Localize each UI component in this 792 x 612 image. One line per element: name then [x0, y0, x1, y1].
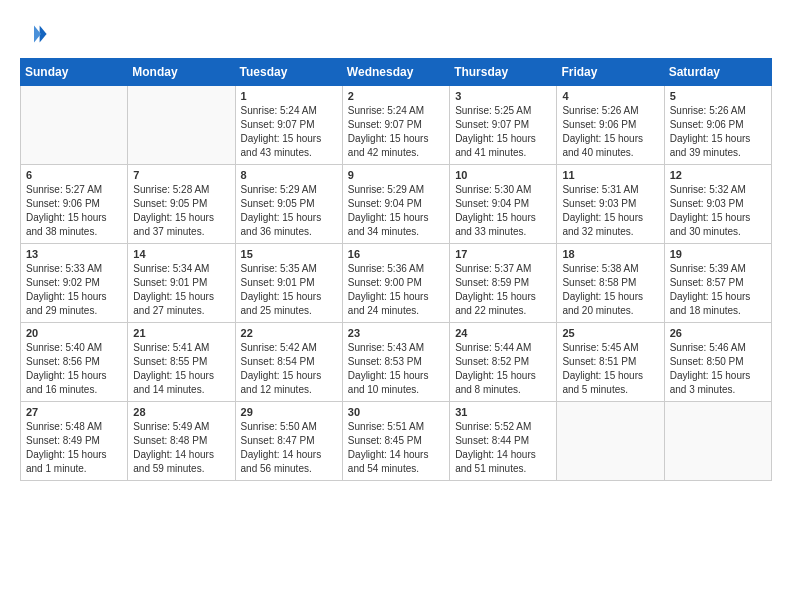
day-number: 13: [26, 248, 122, 260]
cell-content: Sunrise: 5:48 AM Sunset: 8:49 PM Dayligh…: [26, 420, 122, 476]
cell-content: Sunrise: 5:39 AM Sunset: 8:57 PM Dayligh…: [670, 262, 766, 318]
cell-content: Sunrise: 5:49 AM Sunset: 8:48 PM Dayligh…: [133, 420, 229, 476]
calendar-cell: 28Sunrise: 5:49 AM Sunset: 8:48 PM Dayli…: [128, 402, 235, 481]
cell-content: Sunrise: 5:45 AM Sunset: 8:51 PM Dayligh…: [562, 341, 658, 397]
cell-content: Sunrise: 5:37 AM Sunset: 8:59 PM Dayligh…: [455, 262, 551, 318]
cell-content: Sunrise: 5:34 AM Sunset: 9:01 PM Dayligh…: [133, 262, 229, 318]
calendar-cell: 2Sunrise: 5:24 AM Sunset: 9:07 PM Daylig…: [342, 86, 449, 165]
calendar-cell: [664, 402, 771, 481]
cell-content: Sunrise: 5:24 AM Sunset: 9:07 PM Dayligh…: [348, 104, 444, 160]
cell-content: Sunrise: 5:50 AM Sunset: 8:47 PM Dayligh…: [241, 420, 337, 476]
day-number: 17: [455, 248, 551, 260]
cell-content: Sunrise: 5:38 AM Sunset: 8:58 PM Dayligh…: [562, 262, 658, 318]
cell-content: Sunrise: 5:32 AM Sunset: 9:03 PM Dayligh…: [670, 183, 766, 239]
logo: [20, 20, 52, 48]
cell-content: Sunrise: 5:51 AM Sunset: 8:45 PM Dayligh…: [348, 420, 444, 476]
calendar-cell: 4Sunrise: 5:26 AM Sunset: 9:06 PM Daylig…: [557, 86, 664, 165]
calendar-cell: 12Sunrise: 5:32 AM Sunset: 9:03 PM Dayli…: [664, 165, 771, 244]
day-number: 8: [241, 169, 337, 181]
calendar-cell: 6Sunrise: 5:27 AM Sunset: 9:06 PM Daylig…: [21, 165, 128, 244]
cell-content: Sunrise: 5:46 AM Sunset: 8:50 PM Dayligh…: [670, 341, 766, 397]
day-number: 4: [562, 90, 658, 102]
day-number: 27: [26, 406, 122, 418]
calendar-cell: 29Sunrise: 5:50 AM Sunset: 8:47 PM Dayli…: [235, 402, 342, 481]
day-header-friday: Friday: [557, 59, 664, 86]
cell-content: Sunrise: 5:33 AM Sunset: 9:02 PM Dayligh…: [26, 262, 122, 318]
cell-content: Sunrise: 5:27 AM Sunset: 9:06 PM Dayligh…: [26, 183, 122, 239]
calendar-cell: [557, 402, 664, 481]
calendar-cell: 16Sunrise: 5:36 AM Sunset: 9:00 PM Dayli…: [342, 244, 449, 323]
logo-icon: [20, 20, 48, 48]
calendar-table: SundayMondayTuesdayWednesdayThursdayFrid…: [20, 58, 772, 481]
calendar-cell: 9Sunrise: 5:29 AM Sunset: 9:04 PM Daylig…: [342, 165, 449, 244]
calendar-cell: 18Sunrise: 5:38 AM Sunset: 8:58 PM Dayli…: [557, 244, 664, 323]
calendar-week-1: 1Sunrise: 5:24 AM Sunset: 9:07 PM Daylig…: [21, 86, 772, 165]
calendar-cell: [21, 86, 128, 165]
day-number: 6: [26, 169, 122, 181]
day-header-monday: Monday: [128, 59, 235, 86]
calendar-cell: 17Sunrise: 5:37 AM Sunset: 8:59 PM Dayli…: [450, 244, 557, 323]
cell-content: Sunrise: 5:41 AM Sunset: 8:55 PM Dayligh…: [133, 341, 229, 397]
calendar-header-row: SundayMondayTuesdayWednesdayThursdayFrid…: [21, 59, 772, 86]
cell-content: Sunrise: 5:31 AM Sunset: 9:03 PM Dayligh…: [562, 183, 658, 239]
calendar-cell: 3Sunrise: 5:25 AM Sunset: 9:07 PM Daylig…: [450, 86, 557, 165]
cell-content: Sunrise: 5:26 AM Sunset: 9:06 PM Dayligh…: [562, 104, 658, 160]
calendar-cell: 23Sunrise: 5:43 AM Sunset: 8:53 PM Dayli…: [342, 323, 449, 402]
day-number: 21: [133, 327, 229, 339]
calendar-cell: 20Sunrise: 5:40 AM Sunset: 8:56 PM Dayli…: [21, 323, 128, 402]
cell-content: Sunrise: 5:35 AM Sunset: 9:01 PM Dayligh…: [241, 262, 337, 318]
calendar-week-2: 6Sunrise: 5:27 AM Sunset: 9:06 PM Daylig…: [21, 165, 772, 244]
day-number: 28: [133, 406, 229, 418]
calendar-week-5: 27Sunrise: 5:48 AM Sunset: 8:49 PM Dayli…: [21, 402, 772, 481]
calendar-cell: 21Sunrise: 5:41 AM Sunset: 8:55 PM Dayli…: [128, 323, 235, 402]
cell-content: Sunrise: 5:42 AM Sunset: 8:54 PM Dayligh…: [241, 341, 337, 397]
day-number: 10: [455, 169, 551, 181]
cell-content: Sunrise: 5:52 AM Sunset: 8:44 PM Dayligh…: [455, 420, 551, 476]
day-number: 29: [241, 406, 337, 418]
day-number: 30: [348, 406, 444, 418]
page-header: [20, 20, 772, 48]
day-header-thursday: Thursday: [450, 59, 557, 86]
calendar-cell: [128, 86, 235, 165]
day-number: 31: [455, 406, 551, 418]
calendar-cell: 30Sunrise: 5:51 AM Sunset: 8:45 PM Dayli…: [342, 402, 449, 481]
cell-content: Sunrise: 5:44 AM Sunset: 8:52 PM Dayligh…: [455, 341, 551, 397]
cell-content: Sunrise: 5:26 AM Sunset: 9:06 PM Dayligh…: [670, 104, 766, 160]
calendar-week-4: 20Sunrise: 5:40 AM Sunset: 8:56 PM Dayli…: [21, 323, 772, 402]
calendar-week-3: 13Sunrise: 5:33 AM Sunset: 9:02 PM Dayli…: [21, 244, 772, 323]
cell-content: Sunrise: 5:29 AM Sunset: 9:05 PM Dayligh…: [241, 183, 337, 239]
cell-content: Sunrise: 5:30 AM Sunset: 9:04 PM Dayligh…: [455, 183, 551, 239]
day-number: 25: [562, 327, 658, 339]
calendar-cell: 31Sunrise: 5:52 AM Sunset: 8:44 PM Dayli…: [450, 402, 557, 481]
day-number: 15: [241, 248, 337, 260]
cell-content: Sunrise: 5:36 AM Sunset: 9:00 PM Dayligh…: [348, 262, 444, 318]
cell-content: Sunrise: 5:24 AM Sunset: 9:07 PM Dayligh…: [241, 104, 337, 160]
day-number: 24: [455, 327, 551, 339]
day-number: 5: [670, 90, 766, 102]
cell-content: Sunrise: 5:43 AM Sunset: 8:53 PM Dayligh…: [348, 341, 444, 397]
calendar-cell: 19Sunrise: 5:39 AM Sunset: 8:57 PM Dayli…: [664, 244, 771, 323]
day-header-saturday: Saturday: [664, 59, 771, 86]
day-number: 2: [348, 90, 444, 102]
day-number: 7: [133, 169, 229, 181]
calendar-cell: 25Sunrise: 5:45 AM Sunset: 8:51 PM Dayli…: [557, 323, 664, 402]
day-number: 26: [670, 327, 766, 339]
day-header-sunday: Sunday: [21, 59, 128, 86]
cell-content: Sunrise: 5:29 AM Sunset: 9:04 PM Dayligh…: [348, 183, 444, 239]
calendar-cell: 27Sunrise: 5:48 AM Sunset: 8:49 PM Dayli…: [21, 402, 128, 481]
day-header-tuesday: Tuesday: [235, 59, 342, 86]
calendar-cell: 8Sunrise: 5:29 AM Sunset: 9:05 PM Daylig…: [235, 165, 342, 244]
day-number: 20: [26, 327, 122, 339]
day-number: 9: [348, 169, 444, 181]
day-number: 12: [670, 169, 766, 181]
calendar-cell: 24Sunrise: 5:44 AM Sunset: 8:52 PM Dayli…: [450, 323, 557, 402]
calendar-cell: 11Sunrise: 5:31 AM Sunset: 9:03 PM Dayli…: [557, 165, 664, 244]
day-number: 19: [670, 248, 766, 260]
day-number: 11: [562, 169, 658, 181]
day-number: 22: [241, 327, 337, 339]
cell-content: Sunrise: 5:40 AM Sunset: 8:56 PM Dayligh…: [26, 341, 122, 397]
calendar-cell: 5Sunrise: 5:26 AM Sunset: 9:06 PM Daylig…: [664, 86, 771, 165]
calendar-cell: 10Sunrise: 5:30 AM Sunset: 9:04 PM Dayli…: [450, 165, 557, 244]
calendar-cell: 26Sunrise: 5:46 AM Sunset: 8:50 PM Dayli…: [664, 323, 771, 402]
day-number: 3: [455, 90, 551, 102]
